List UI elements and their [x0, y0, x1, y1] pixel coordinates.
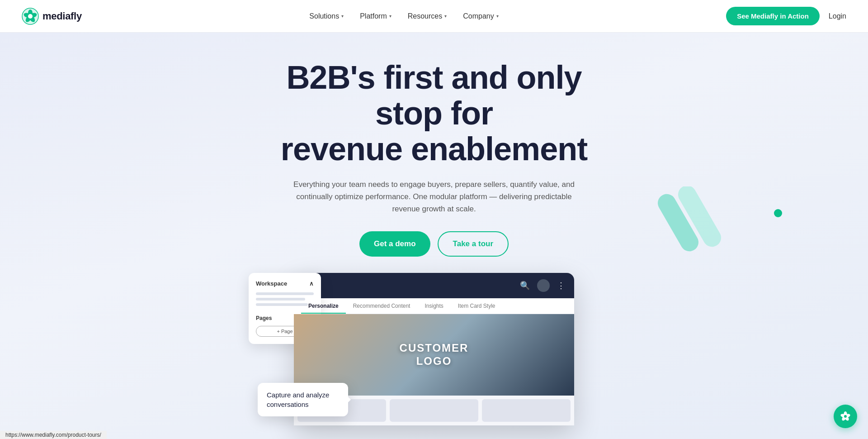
search-icon[interactable]: 🔍: [520, 281, 530, 291]
mockup-card: [390, 399, 478, 422]
hero-title: B2B's first and only stop for revenue en…: [249, 60, 619, 167]
tab-recommended-content[interactable]: Recommended Content: [346, 298, 418, 314]
mockup-tabs: Personalize Recommended Content Insights…: [294, 298, 574, 314]
sidebar-line: [256, 292, 314, 295]
decorative-dot: [774, 209, 782, 217]
get-demo-button[interactable]: Get a demo: [359, 231, 430, 257]
svg-rect-8: [655, 191, 702, 254]
login-button[interactable]: Login: [829, 12, 846, 20]
avatar: [537, 279, 550, 292]
hero-buttons: Get a demo Take a tour: [359, 231, 509, 257]
tooltip-bubble: Capture and analyze conversations: [258, 383, 348, 416]
navbar: mediafly Solutions ▾ Platform ▾ Resource…: [0, 0, 868, 33]
chevron-down-icon: ▾: [341, 14, 344, 19]
chevron-up-icon: ∧: [309, 280, 314, 287]
decorative-shapes: [642, 186, 750, 277]
tab-item-card-style[interactable]: Item Card Style: [451, 298, 503, 314]
mediafly-badge[interactable]: [834, 405, 857, 428]
chevron-down-icon: ▾: [496, 14, 499, 19]
nav-actions: See Mediafly in Action Login: [726, 7, 846, 25]
chevron-down-icon: ▾: [389, 14, 392, 19]
nav-resources[interactable]: Resources ▾: [408, 12, 447, 20]
customer-logo-text: CUSTOMER LOGO: [400, 342, 469, 368]
hero-subtitle: Everything your team needs to engage buy…: [289, 178, 579, 215]
mockup-topbar: 🔍 ⋮: [294, 273, 574, 298]
tab-insights[interactable]: Insights: [417, 298, 450, 314]
svg-rect-9: [675, 186, 725, 250]
more-options-icon[interactable]: ⋮: [557, 281, 565, 291]
mockup-card: [482, 399, 571, 422]
take-tour-button[interactable]: Take a tour: [438, 231, 509, 257]
nav-solutions[interactable]: Solutions ▾: [309, 12, 344, 20]
svg-point-15: [844, 415, 847, 418]
chevron-down-icon: ▾: [444, 14, 447, 19]
nav-links: Solutions ▾ Platform ▾ Resources ▾ Compa…: [309, 12, 498, 20]
nav-company[interactable]: Company ▾: [463, 12, 498, 20]
svg-point-7: [28, 14, 33, 19]
sidebar-workspace-title: Workspace ∧: [256, 280, 314, 287]
sidebar-line: [256, 298, 305, 301]
see-mediafly-button[interactable]: See Mediafly in Action: [726, 7, 820, 25]
app-mockup: Workspace ∧ Pages ∧ + Page 🔍 ⋮: [294, 273, 574, 425]
leaf-icon: [839, 410, 852, 423]
sidebar-line: [256, 303, 308, 306]
logo-link[interactable]: mediafly: [22, 8, 82, 25]
hero-section: B2B's first and only stop for revenue en…: [0, 33, 868, 439]
logo-text: mediafly: [42, 10, 82, 22]
tab-personalize[interactable]: Personalize: [301, 298, 346, 314]
nav-platform[interactable]: Platform ▾: [360, 12, 392, 20]
mediafly-logo-icon: [22, 8, 39, 25]
url-bar: https://www.mediafly.com/product-tours/: [0, 431, 107, 439]
